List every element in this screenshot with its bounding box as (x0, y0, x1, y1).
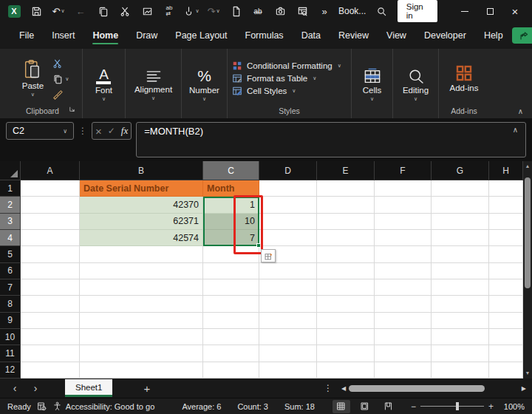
row-header-7[interactable]: 7 (0, 279, 21, 296)
cell-F2[interactable] (375, 197, 432, 213)
cell-F11[interactable] (375, 345, 432, 362)
page-break-view-button[interactable] (380, 400, 398, 413)
font-button[interactable]: A Font ∨ (89, 67, 118, 104)
cell-C4[interactable]: 7 (203, 230, 259, 246)
cell-A3[interactable] (21, 214, 80, 230)
cell-H8[interactable] (489, 296, 523, 312)
cut-icon[interactable] (115, 2, 134, 20)
redo-icon[interactable]: ↷∨ (204, 2, 223, 20)
cell-E4[interactable] (317, 230, 375, 246)
cell-G7[interactable] (432, 279, 489, 296)
cell-F9[interactable] (375, 313, 432, 329)
cell-B11[interactable] (80, 345, 203, 362)
cell-B3[interactable]: 62371 (80, 214, 203, 230)
cell-B12[interactable] (80, 362, 203, 379)
tab-developer[interactable]: Developer (415, 26, 475, 45)
row-header-1[interactable]: 1 (0, 180, 21, 197)
cell-F4[interactable] (375, 230, 432, 246)
cell-C10[interactable] (203, 329, 259, 345)
horizontal-scrollbar-thumb[interactable] (349, 385, 485, 392)
number-button[interactable]: % Number ∨ (183, 67, 225, 104)
cell-G12[interactable] (432, 362, 489, 379)
cell-D10[interactable] (259, 329, 317, 345)
cell-H1[interactable] (489, 180, 523, 197)
cell-G6[interactable] (432, 263, 489, 279)
cancel-icon[interactable]: × (95, 125, 102, 138)
cell-A9[interactable] (21, 313, 80, 329)
cell-B4[interactable]: 42574 (80, 230, 203, 246)
cell-F5[interactable] (375, 246, 432, 262)
col-header-H[interactable]: H (489, 161, 523, 180)
excel-logo-icon[interactable]: X (4, 2, 24, 20)
row-header-6[interactable]: 6 (0, 263, 21, 279)
cell-E9[interactable] (317, 313, 375, 329)
undo-icon[interactable]: ↶∨ (49, 2, 68, 20)
back-icon[interactable]: ← (71, 2, 90, 20)
table-search-icon[interactable] (293, 2, 312, 20)
format-painter-button[interactable] (52, 89, 63, 101)
cell-C12[interactable] (203, 362, 259, 379)
cells-button[interactable]: Cells ∨ (357, 67, 388, 104)
cell-D7[interactable] (259, 279, 317, 296)
cell-A5[interactable] (21, 246, 80, 262)
cell-H3[interactable] (489, 214, 523, 230)
cell-G9[interactable] (432, 313, 489, 329)
cell-G10[interactable] (432, 329, 489, 345)
cell-E7[interactable] (317, 279, 375, 296)
cell-A7[interactable] (21, 279, 80, 296)
row-header-10[interactable]: 10 (0, 329, 21, 345)
vertical-scrollbar-thumb[interactable] (525, 177, 531, 288)
row-header-8[interactable]: 8 (0, 296, 21, 312)
copy-button[interactable]: ∨ (52, 73, 69, 85)
cell-A4[interactable] (21, 230, 80, 246)
scroll-down-icon[interactable]: ▼ (525, 368, 531, 379)
normal-view-button[interactable] (332, 400, 350, 413)
horizontal-scrollbar[interactable]: ◀ ▶ (341, 384, 526, 392)
cell-B1[interactable]: Date Serial Number (80, 180, 203, 197)
cell-E2[interactable] (317, 197, 375, 213)
cell-C1[interactable]: Month (203, 180, 259, 197)
close-button[interactable]: × (502, 1, 528, 21)
cell-F7[interactable] (375, 279, 432, 296)
save-icon[interactable] (27, 2, 46, 20)
alignment-button[interactable]: Alignment ∨ (129, 67, 178, 103)
col-header-A[interactable]: A (21, 161, 80, 180)
tab-data[interactable]: Data (293, 26, 330, 45)
tab-page-layout[interactable]: Page Layout (166, 26, 236, 45)
clipboard-dialog-launcher-icon[interactable] (68, 104, 76, 116)
zoom-out-icon[interactable]: − (411, 401, 416, 412)
row-header-2[interactable]: 2 (0, 197, 21, 213)
col-header-F[interactable]: F (375, 161, 432, 180)
formula-input[interactable]: =MONTH(B2) ∧ (136, 122, 526, 157)
replace-icon[interactable]: ab⇄ (160, 2, 179, 20)
cell-C3[interactable]: 10 (203, 214, 259, 230)
cell-D8[interactable] (259, 296, 317, 312)
col-header-D[interactable]: D (259, 161, 317, 180)
cell-A1[interactable] (21, 180, 80, 197)
cell-D11[interactable] (259, 345, 317, 362)
addins-button[interactable]: Add-ins (444, 63, 485, 94)
cell-A8[interactable] (21, 296, 80, 312)
cell-C5[interactable] (203, 246, 259, 262)
collapse-ribbon-icon[interactable]: ∧ (518, 107, 523, 115)
row-header-12[interactable]: 12 (0, 362, 21, 379)
next-sheet-icon[interactable]: › (27, 382, 44, 394)
name-box-chevron-icon[interactable]: ∨ (63, 128, 67, 135)
scroll-left-icon[interactable]: ◀ (341, 385, 346, 392)
sheet-tab-sheet1[interactable]: Sheet1 (65, 379, 112, 397)
cell-H2[interactable] (489, 197, 523, 213)
cell-G1[interactable] (432, 180, 489, 197)
share-button[interactable]: Share ∨ (512, 27, 532, 44)
cell-F12[interactable] (375, 362, 432, 379)
editing-button[interactable]: Editing ∨ (397, 67, 434, 104)
tab-help[interactable]: Help (475, 26, 512, 45)
tab-draw[interactable]: Draw (127, 26, 166, 45)
cell-C9[interactable] (203, 313, 259, 329)
minimize-button[interactable] (452, 1, 477, 21)
prev-sheet-icon[interactable]: ‹ (6, 382, 24, 394)
col-header-B[interactable]: B (80, 161, 203, 180)
tab-review[interactable]: Review (330, 26, 378, 45)
macro-recording-icon[interactable] (37, 401, 47, 411)
maximize-button[interactable] (477, 1, 502, 21)
cell-E10[interactable] (317, 329, 375, 345)
